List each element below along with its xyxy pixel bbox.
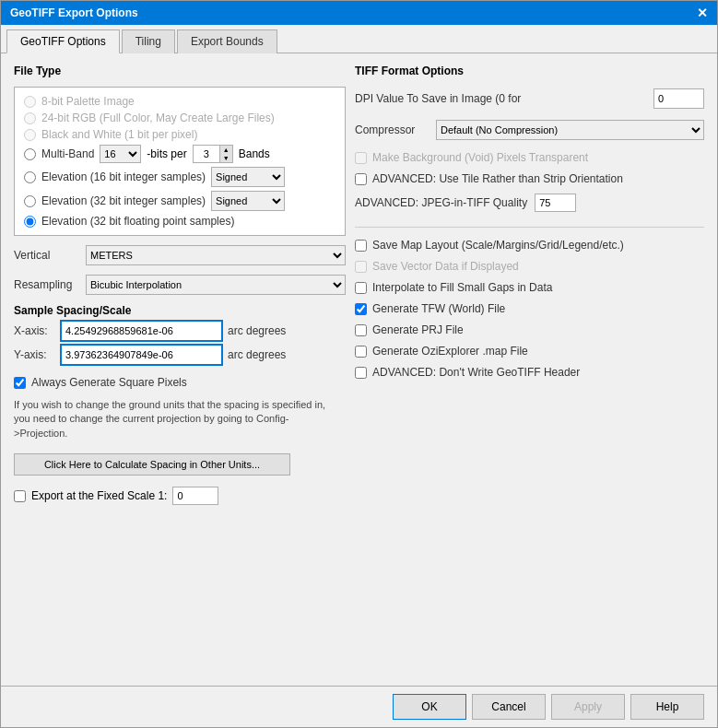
interpolate-label: Interpolate to Fill Small Gaps in Data (372, 281, 552, 294)
x-axis-row: X-axis: arc degrees (14, 321, 346, 341)
footer: OK Cancel Apply Help (1, 686, 717, 727)
advanced-tile-checkbox[interactable] (355, 173, 367, 185)
main-window: GeoTIFF Export Options ✕ GeoTIFF Options… (0, 0, 718, 728)
content-area: File Type 8-bit Palette Image 24-bit RGB… (1, 53, 717, 686)
radio-24bit-input[interactable] (24, 112, 36, 124)
cancel-button[interactable]: Cancel (472, 694, 546, 720)
save-vector-checkbox[interactable] (355, 261, 367, 273)
file-type-group: 8-bit Palette Image 24-bit RGB (Full Col… (14, 87, 346, 236)
radio-24bit: 24-bit RGB (Full Color, May Create Large… (24, 112, 335, 124)
elev16-signed-select[interactable]: Signed Unsigned (211, 167, 285, 187)
fixed-scale-row: Export at the Fixed Scale 1: (14, 487, 346, 505)
compressor-select[interactable]: Default (No Compression) LZW Deflate JPE… (436, 120, 704, 140)
bits-per-label: -bits per (147, 147, 186, 160)
vertical-select[interactable]: METERS FEET US SURVEY FEET (86, 245, 346, 265)
save-map-label: Save Map Layout (Scale/Margins/Grid/Lege… (372, 239, 624, 252)
vertical-row: Vertical METERS FEET US SURVEY FEET (14, 245, 346, 265)
radio-multiband-input[interactable] (24, 148, 36, 160)
tab-export-bounds[interactable]: Export Bounds (177, 29, 277, 53)
radio-bw: Black and White (1 bit per pixel) (24, 128, 335, 141)
radio-elev32float-input[interactable] (24, 216, 36, 228)
dpi-row: DPI Value To Save in Image (0 for (355, 88, 704, 109)
help-button[interactable]: Help (630, 694, 704, 720)
radio-elev32int-label: Elevation (32 bit integer samples) (41, 194, 206, 207)
square-pixels-row: Always Generate Square Pixels (14, 376, 346, 389)
make-bg-row: Make Background (Void) Pixels Transparen… (355, 151, 704, 164)
fixed-scale-checkbox[interactable] (14, 490, 26, 502)
bands-input[interactable] (194, 146, 219, 162)
make-bg-label: Make Background (Void) Pixels Transparen… (372, 151, 588, 164)
x-axis-unit: arc degrees (228, 324, 286, 337)
jpeg-quality-input[interactable] (535, 194, 576, 212)
radio-elev32float-label: Elevation (32 bit floating point samples… (41, 215, 234, 228)
square-pixels-checkbox[interactable] (14, 377, 26, 389)
divider (355, 227, 704, 228)
calc-spacing-button[interactable]: Click Here to Calculate Spacing in Other… (14, 453, 290, 476)
fixed-scale-label: Export at the Fixed Scale 1: (31, 489, 167, 502)
generate-tfw-label: Generate TFW (World) File (372, 302, 505, 315)
jpeg-quality-row: ADVANCED: JPEG-in-TIFF Quality (355, 194, 704, 212)
advanced-header-checkbox[interactable] (355, 367, 367, 379)
y-axis-row: Y-axis: arc degrees (14, 345, 346, 365)
square-pixels-label: Always Generate Square Pixels (31, 376, 187, 389)
generate-ozi-checkbox[interactable] (355, 346, 367, 358)
make-bg-checkbox[interactable] (355, 152, 367, 164)
tiff-title: TIFF Format Options (355, 65, 704, 77)
advanced-header-label: ADVANCED: Don't Write GeoTIFF Header (372, 366, 580, 379)
file-type-title: File Type (14, 65, 346, 77)
tab-tiling[interactable]: Tiling (122, 29, 175, 53)
advanced-header-row: ADVANCED: Don't Write GeoTIFF Header (355, 366, 704, 379)
generate-tfw-row: Generate TFW (World) File (355, 302, 704, 315)
generate-tfw-checkbox[interactable] (355, 303, 367, 315)
generate-prj-checkbox[interactable] (355, 324, 367, 336)
radio-elev32int-input[interactable] (24, 195, 36, 207)
spacing-section: Sample Spacing/Scale X-axis: arc degrees… (14, 304, 346, 369)
radio-8bit-input[interactable] (24, 96, 36, 108)
multiband-bits-select[interactable]: 16 8 32 (100, 145, 141, 163)
bands-label: Bands (239, 147, 270, 160)
bands-up-button[interactable]: ▲ (219, 146, 232, 154)
interpolate-checkbox[interactable] (355, 282, 367, 294)
interpolate-row: Interpolate to Fill Small Gaps in Data (355, 281, 704, 294)
radio-8bit: 8-bit Palette Image (24, 95, 335, 108)
compressor-row: Compressor Default (No Compression) LZW … (355, 120, 704, 140)
tab-geotiff-options[interactable]: GeoTIFF Options (6, 29, 120, 53)
radio-multiband-label: Multi-Band (41, 147, 94, 160)
jpeg-quality-label: ADVANCED: JPEG-in-TIFF Quality (355, 196, 527, 209)
radio-elev16: Elevation (16 bit integer samples) Signe… (24, 167, 335, 187)
dpi-input[interactable] (653, 88, 704, 109)
x-axis-label: X-axis: (14, 324, 55, 337)
radio-24bit-label: 24-bit RGB (Full Color, May Create Large… (41, 112, 275, 124)
radio-bw-input[interactable] (24, 129, 36, 141)
y-axis-label: Y-axis: (14, 348, 55, 361)
resampling-row: Resampling Bicubic Interpolation Bilinea… (14, 275, 346, 295)
y-axis-input[interactable] (61, 345, 222, 365)
window-title: GeoTIFF Export Options (10, 6, 138, 19)
generate-prj-row: Generate PRJ File (355, 323, 704, 336)
elev32int-signed-select[interactable]: Signed Unsigned (211, 191, 285, 211)
info-text: If you wish to change the ground units t… (14, 398, 327, 440)
generate-prj-label: Generate PRJ File (372, 323, 464, 336)
spacing-title: Sample Spacing/Scale (14, 304, 346, 317)
resampling-select[interactable]: Bicubic Interpolation Bilinear Interpola… (86, 275, 346, 295)
x-axis-input[interactable] (61, 321, 222, 341)
radio-multiband-row: Multi-Band 16 8 32 -bits per ▲ ▼ (24, 145, 335, 163)
save-vector-row: Save Vector Data if Displayed (355, 260, 704, 273)
resampling-label: Resampling (14, 278, 78, 291)
generate-ozi-row: Generate OziExplorer .map File (355, 345, 704, 358)
left-panel: File Type 8-bit Palette Image 24-bit RGB… (14, 65, 346, 675)
apply-button[interactable]: Apply (551, 694, 625, 720)
radio-elev16-input[interactable] (24, 171, 36, 183)
close-button[interactable]: ✕ (697, 6, 708, 19)
bands-down-button[interactable]: ▼ (219, 154, 232, 162)
save-map-checkbox[interactable] (355, 240, 367, 252)
radio-elev32int: Elevation (32 bit integer samples) Signe… (24, 191, 335, 211)
right-panel: TIFF Format Options DPI Value To Save in… (355, 65, 704, 675)
fixed-scale-input[interactable] (172, 487, 218, 505)
ok-button[interactable]: OK (393, 694, 466, 720)
radio-elev16-label: Elevation (16 bit integer samples) (41, 170, 206, 183)
radio-elev32float: Elevation (32 bit floating point samples… (24, 215, 335, 228)
title-bar: GeoTIFF Export Options ✕ (1, 1, 717, 25)
bands-spinner: ▲ ▼ (193, 145, 233, 163)
save-map-row: Save Map Layout (Scale/Margins/Grid/Lege… (355, 239, 704, 252)
